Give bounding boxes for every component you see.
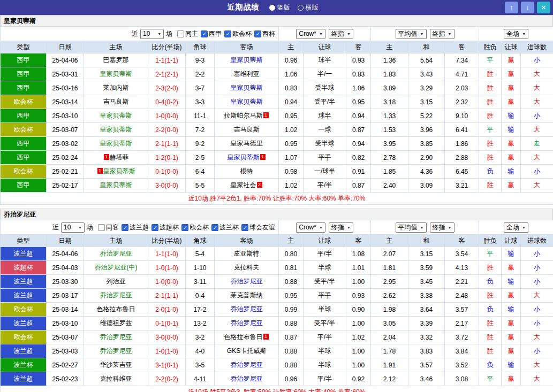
score-link[interactable]: 0-1(0-1) — [155, 320, 178, 327]
away-team-name[interactable]: 莱克普斯纳 — [231, 291, 263, 299]
away-team-name[interactable]: 皇家贝蒂斯 — [231, 56, 263, 64]
match-count-select[interactable]: 10▼ — [61, 222, 85, 233]
layout-radio-horizontal[interactable]: 横版 — [298, 3, 319, 12]
score-link[interactable]: 1-2(0-1) — [155, 154, 178, 162]
away-team-name[interactable]: 塞维利亚 — [234, 70, 260, 78]
filter-checkbox[interactable]: 同主 — [177, 29, 198, 39]
home-team-name[interactable]: 华沙莱吉亚 — [100, 361, 132, 368]
checkbox-icon[interactable] — [241, 224, 248, 231]
checkbox-icon[interactable] — [201, 30, 208, 37]
home-team-name[interactable]: 皇家贝蒂斯 — [100, 126, 132, 133]
filter-checkbox[interactable]: 波超杯 — [151, 223, 179, 232]
score-link[interactable]: 2-2(0-0) — [155, 126, 178, 134]
radio-icon[interactable] — [269, 5, 275, 11]
away-team-name[interactable]: 乔治罗尼亚 — [231, 319, 263, 327]
home-team-name[interactable]: 色格拉布鲁日 — [97, 305, 135, 313]
handicap-odds-source-select[interactable]: Crow*▼ — [296, 29, 325, 39]
layout-radio-vertical[interactable]: 竖版 — [269, 3, 290, 12]
away-team-name[interactable]: GKS卡托威斯 — [227, 347, 266, 355]
filter-checkbox[interactable]: 欧会杯 — [181, 223, 209, 232]
home-team-name[interactable]: 乔治罗尼亚 — [100, 347, 132, 355]
score-link[interactable]: 3-0(0-0) — [155, 334, 178, 341]
home-team-name[interactable]: 列治亚 — [107, 278, 126, 285]
away-team-name[interactable]: 乔治罗尼亚 — [231, 375, 263, 382]
home-team-name[interactable]: 乔治罗尼亚 — [100, 291, 132, 299]
away-team-name[interactable]: 色格拉布鲁日 — [224, 333, 263, 341]
handicap-odds-time-select[interactable]: 终指▼ — [329, 222, 353, 233]
away-team-name[interactable]: 皇家贝蒂斯 — [228, 153, 260, 161]
checkbox-icon[interactable] — [177, 30, 184, 37]
home-team-name[interactable]: 克拉科维亚 — [100, 375, 132, 382]
checkbox-icon[interactable] — [122, 224, 128, 231]
home-team-name[interactable]: 皇家贝蒂斯 — [100, 70, 132, 78]
home-team-name[interactable]: 吉马良斯 — [103, 98, 129, 105]
score-link[interactable]: 2-1(1-1) — [155, 140, 178, 148]
away-team-name[interactable]: 皮亚斯特 — [234, 250, 260, 257]
europe-odds-source-select[interactable]: 平均值▼ — [396, 222, 427, 233]
score-link[interactable]: 1-0(1-0) — [155, 348, 178, 355]
checkbox-icon[interactable] — [254, 30, 261, 37]
handicap-odds-time-select[interactable]: 终指▼ — [329, 29, 353, 39]
score-link[interactable]: 2-2(0-2) — [155, 375, 178, 383]
handicap-odds-source-select[interactable]: Crow*▼ — [296, 222, 325, 233]
away-team-name[interactable]: 拉斯帕尔马斯 — [224, 112, 263, 119]
home-team-name[interactable]: 皇家贝蒂斯 — [100, 112, 132, 119]
filter-checkbox[interactable]: 波兰杯 — [211, 223, 239, 232]
score-link[interactable]: 1-0(0-0) — [155, 278, 178, 286]
filter-checkbox[interactable]: 欧会杯 — [224, 29, 252, 39]
score-link[interactable]: 3-0(0-0) — [155, 182, 178, 189]
checkbox-icon[interactable] — [181, 224, 188, 231]
home-team-name[interactable]: 乔治罗尼亚(中) — [95, 264, 138, 271]
away-team-name[interactable]: 皇家社会 — [231, 181, 256, 189]
europe-odds-time-select[interactable]: 终指▼ — [430, 222, 454, 233]
away-team-name[interactable]: 皇家马德里 — [231, 140, 263, 147]
score-link[interactable]: 1-1(1-1) — [155, 57, 178, 64]
ou-outcome-cell: 大 — [521, 372, 553, 386]
away-team-name[interactable]: 乔治罗尼亚 — [231, 278, 263, 285]
away-team-name[interactable]: 皇家贝蒂斯 — [231, 98, 263, 105]
checkbox-icon[interactable] — [98, 224, 105, 231]
home-team-name[interactable]: 维德祖罗兹 — [100, 319, 132, 327]
checkbox-icon[interactable] — [211, 224, 218, 231]
home-team-name[interactable]: 皇家贝蒂斯 — [100, 140, 132, 147]
match-scope-select[interactable]: 全场▼ — [504, 222, 528, 233]
score-link[interactable]: 0-1(0-0) — [155, 168, 178, 175]
match-scope-select[interactable]: 全场▼ — [504, 29, 528, 39]
home-team-name[interactable]: 乔治罗尼亚 — [100, 333, 132, 341]
filter-checkbox[interactable]: 球会友谊 — [241, 223, 275, 232]
home-team-name[interactable]: 莱加内斯 — [103, 84, 129, 91]
home-team-name[interactable]: 巴塞罗那 — [103, 56, 129, 64]
home-team-name[interactable]: 赫塔菲 — [110, 153, 129, 161]
score-link[interactable]: 2-1(1-1) — [155, 292, 178, 299]
filter-checkbox[interactable]: 西甲 — [201, 29, 222, 39]
score-link[interactable]: 1-1(1-0) — [155, 250, 178, 258]
away-team-name[interactable]: 吉马良斯 — [234, 126, 260, 133]
score-link[interactable]: 2-1(2-1) — [155, 71, 178, 78]
filter-checkbox[interactable]: 同客 — [98, 223, 119, 232]
score-link[interactable]: 1-0(0-0) — [155, 112, 178, 120]
close-button[interactable]: × — [537, 2, 550, 13]
filter-checkbox[interactable]: 波兰超 — [122, 223, 149, 232]
checkbox-icon[interactable] — [224, 30, 231, 37]
radio-icon[interactable] — [298, 5, 304, 11]
home-team-name[interactable]: 皇家贝蒂斯 — [103, 167, 135, 175]
score-link[interactable]: 3-1(0-1) — [155, 362, 178, 369]
score-link[interactable]: 0-4(0-2) — [155, 98, 178, 106]
filter-checkbox[interactable]: 西杯 — [254, 29, 275, 39]
score-link[interactable]: 2-3(2-0) — [155, 84, 178, 92]
move-up-button[interactable]: ↑ — [505, 2, 518, 13]
checkbox-icon[interactable] — [151, 224, 158, 231]
europe-odds-time-select[interactable]: 终指▼ — [430, 29, 454, 39]
away-team-name[interactable]: 根特 — [240, 167, 253, 175]
home-team-name[interactable]: 皇家贝蒂斯 — [100, 181, 132, 189]
score-link[interactable]: 2-0(1-0) — [155, 306, 178, 313]
away-team-name[interactable]: 克拉科夫 — [234, 264, 260, 271]
match-count-select[interactable]: 10▼ — [140, 29, 164, 39]
away-team-name[interactable]: 皇家贝蒂斯 — [231, 84, 263, 91]
score-link[interactable]: 1-0(1-0) — [155, 264, 178, 272]
europe-odds-source-select[interactable]: 平均值▼ — [396, 29, 427, 39]
away-team-name[interactable]: 乔治罗尼亚 — [231, 361, 263, 368]
away-team-name[interactable]: 乔治罗尼亚 — [231, 305, 263, 313]
home-team-name[interactable]: 乔治罗尼亚 — [100, 250, 132, 257]
move-down-button[interactable]: ↓ — [521, 2, 534, 13]
